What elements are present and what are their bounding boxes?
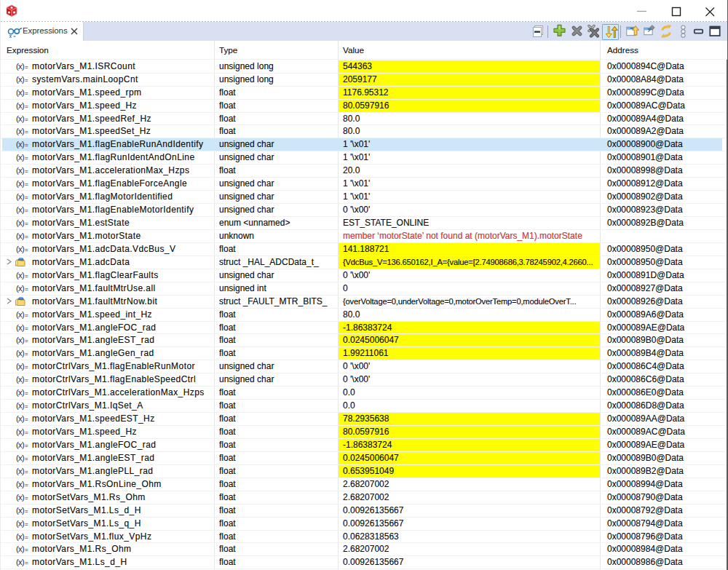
svg-text:x: x (9, 33, 12, 39)
svg-text:=: = (13, 34, 16, 39)
